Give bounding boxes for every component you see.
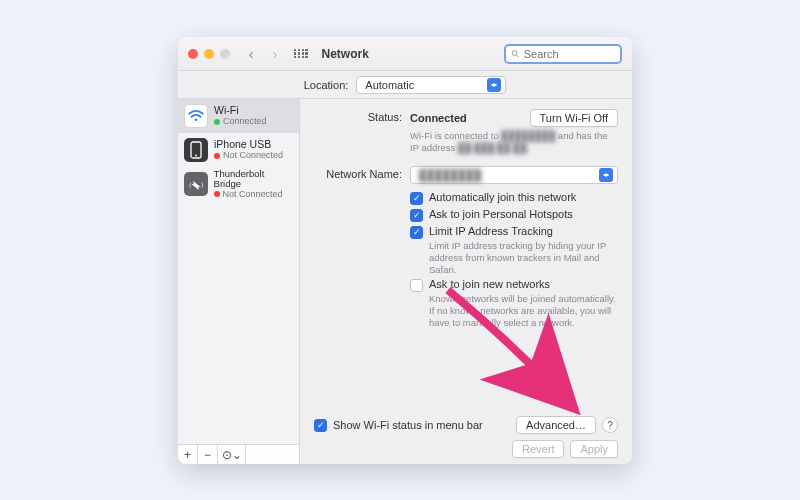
network-name-label: Network Name: bbox=[314, 166, 410, 184]
sidebar-item-label: Thunderbolt Bridge bbox=[214, 169, 293, 190]
search-icon bbox=[511, 49, 520, 59]
svg-point-2 bbox=[195, 118, 198, 121]
remove-interface-button[interactable]: − bbox=[198, 445, 218, 464]
thunderbolt-icon: ⟨⟩ bbox=[184, 172, 208, 196]
location-label: Location: bbox=[304, 79, 349, 91]
nav-back-button[interactable]: ‹ bbox=[242, 45, 260, 63]
network-prefs-window: ‹ › Network Location: Automatic bbox=[178, 37, 632, 464]
status-label: Status: bbox=[314, 109, 410, 154]
wifi-icon bbox=[184, 104, 208, 128]
limit-ip-hint: Limit IP address tracking by hiding your… bbox=[429, 240, 618, 276]
search-input[interactable] bbox=[524, 48, 615, 60]
chevron-updown-icon bbox=[599, 168, 613, 182]
ask-new-networks-checkbox[interactable] bbox=[410, 279, 423, 292]
status-hint: Wi-Fi is connected to ████████ and has t… bbox=[410, 130, 618, 154]
auto-join-label: Automatically join this network bbox=[429, 191, 576, 203]
interface-list: Wi-Fi Connected iPhone USB Not Connected bbox=[178, 99, 299, 444]
sidebar-item-wifi[interactable]: Wi-Fi Connected bbox=[178, 99, 299, 133]
ask-hotspots-checkbox[interactable] bbox=[410, 209, 423, 222]
sidebar-footer: + − ⊙⌄ bbox=[178, 444, 299, 464]
svg-line-1 bbox=[517, 55, 519, 57]
advanced-button[interactable]: Advanced… bbox=[516, 416, 596, 434]
network-name-select[interactable]: ████████ bbox=[410, 166, 618, 184]
network-name-value: ████████ bbox=[419, 169, 481, 181]
status-dot-icon bbox=[214, 153, 220, 159]
zoom-icon bbox=[220, 49, 230, 59]
sidebar-item-iphone-usb[interactable]: iPhone USB Not Connected bbox=[178, 133, 299, 167]
apply-button: Apply bbox=[570, 440, 618, 458]
svg-text:⟨: ⟨ bbox=[188, 182, 190, 188]
interface-actions-button[interactable]: ⊙⌄ bbox=[218, 445, 246, 464]
close-icon[interactable] bbox=[188, 49, 198, 59]
ask-hotspots-label: Ask to join Personal Hotspots bbox=[429, 208, 573, 220]
window-traffic-lights bbox=[188, 49, 230, 59]
status-value: Connected bbox=[410, 112, 467, 124]
interface-sidebar: Wi-Fi Connected iPhone USB Not Connected bbox=[178, 99, 300, 464]
location-value: Automatic bbox=[365, 79, 414, 91]
search-field[interactable] bbox=[504, 44, 622, 64]
sidebar-item-thunderbolt-bridge[interactable]: ⟨⟩ Thunderbolt Bridge Not Connected bbox=[178, 167, 299, 201]
auto-join-checkbox[interactable] bbox=[410, 192, 423, 205]
svg-text:⟩: ⟩ bbox=[200, 182, 202, 188]
iphone-icon bbox=[184, 138, 208, 162]
svg-point-4 bbox=[195, 155, 197, 157]
svg-point-0 bbox=[512, 50, 517, 55]
ask-new-networks-label: Ask to join new networks bbox=[429, 278, 550, 290]
limit-ip-checkbox[interactable] bbox=[410, 226, 423, 239]
add-interface-button[interactable]: + bbox=[178, 445, 198, 464]
chevron-updown-icon bbox=[487, 78, 501, 92]
show-menubar-checkbox[interactable] bbox=[314, 419, 327, 432]
main-panel: Status: Connected Turn Wi-Fi Off Wi-Fi i… bbox=[300, 99, 632, 464]
nav-forward-button: › bbox=[266, 45, 284, 63]
status-dot-icon bbox=[214, 119, 220, 125]
status-dot-icon bbox=[214, 191, 220, 197]
limit-ip-label: Limit IP Address Tracking bbox=[429, 225, 553, 237]
location-row: Location: Automatic bbox=[178, 71, 632, 99]
titlebar: ‹ › Network bbox=[178, 37, 632, 71]
revert-button: Revert bbox=[512, 440, 564, 458]
help-button[interactable]: ? bbox=[602, 417, 618, 433]
turn-wifi-off-button[interactable]: Turn Wi-Fi Off bbox=[530, 109, 618, 127]
minimize-icon[interactable] bbox=[204, 49, 214, 59]
location-select[interactable]: Automatic bbox=[356, 76, 506, 94]
ask-new-networks-hint: Known networks will be joined automatica… bbox=[429, 293, 618, 329]
window-title: Network bbox=[322, 47, 369, 61]
show-all-icon[interactable] bbox=[294, 49, 308, 59]
show-menubar-label: Show Wi-Fi status in menu bar bbox=[333, 419, 483, 431]
